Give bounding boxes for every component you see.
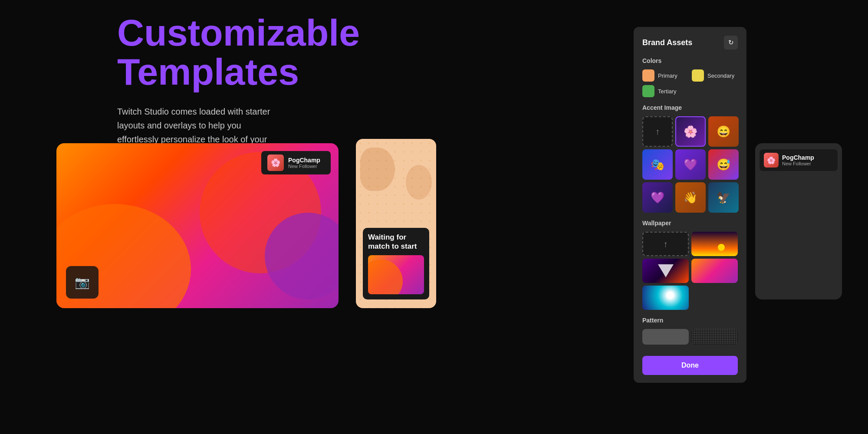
follower-name: PogChamp: [288, 157, 320, 164]
follower-name-right: PogChamp: [782, 154, 814, 161]
avatar-right: 🌸: [764, 153, 779, 168]
accent-item[interactable]: 💜: [642, 182, 673, 213]
panel-title: Brand Assets: [642, 38, 692, 47]
accent-avatar-icon: 🎭: [651, 158, 664, 171]
waiting-widget: Waiting for match to start: [363, 228, 429, 299]
tertiary-swatch: [642, 85, 654, 97]
secondary-swatch: [692, 69, 704, 82]
follower-label-right: New Follower: [782, 161, 814, 166]
pattern-item-grid[interactable]: [691, 329, 738, 345]
follower-notification: 🌸 PogChamp New Follower: [261, 151, 331, 174]
secondary-label: Secondary: [707, 72, 734, 79]
refresh-button[interactable]: ↻: [724, 36, 738, 49]
accent-avatar-icon: 😄: [717, 125, 730, 138]
refresh-icon: ↻: [728, 39, 734, 46]
preview-card-portrait: Waiting for match to start: [356, 139, 436, 308]
sun-decoration: [718, 244, 725, 251]
accent-avatar-icon: 💜: [684, 158, 697, 171]
accent-avatar-icon: 🌸: [684, 125, 697, 138]
triangle-decoration: [658, 264, 674, 277]
preview-card-landscape: 🌸 PogChamp New Follower 📷: [56, 143, 339, 308]
panel-header: Brand Assets ↻: [642, 36, 738, 49]
accent-item[interactable]: 😅: [708, 149, 739, 180]
upload-icon: ↑: [655, 127, 660, 137]
mini-preview: [368, 255, 424, 294]
pattern-label: Pattern: [642, 317, 738, 324]
upload-icon: ↑: [664, 239, 668, 249]
wallpaper-item-triangle[interactable]: [642, 259, 689, 283]
follower-notification-right: 🌸 PogChamp New Follower: [760, 149, 838, 171]
waiting-text: Waiting for match to start: [368, 233, 424, 251]
colors-label: Colors: [642, 57, 738, 64]
accent-item[interactable]: 🎭: [642, 149, 673, 180]
accent-avatar-icon: 😅: [717, 158, 730, 171]
follower-label: New Follower: [288, 164, 320, 169]
wallpaper-grid: ↑: [642, 232, 738, 310]
accent-upload-button[interactable]: ↑: [642, 116, 673, 147]
accent-item[interactable]: 😄: [708, 116, 739, 147]
colors-grid: Primary Secondary: [642, 69, 738, 82]
color-primary[interactable]: Primary: [642, 69, 688, 82]
wallpaper-label: Wallpaper: [642, 220, 738, 227]
accent-avatar-icon: 👋: [684, 191, 697, 204]
accent-image-label: Accent Image: [642, 104, 738, 111]
accent-avatar-icon: 🦅: [717, 191, 730, 204]
primary-swatch: [642, 69, 654, 82]
colors-tertiary-row: Tertiary: [642, 85, 738, 97]
accent-item[interactable]: 🦅: [708, 182, 739, 213]
pattern-item-solid[interactable]: [642, 329, 689, 345]
wallpaper-upload-button[interactable]: ↑: [642, 232, 689, 256]
hero-section: Customizable Templates Twitch Studio com…: [117, 13, 356, 160]
accent-image-section: Accent Image ↑ 🌸 😄 🎭 💜 😅: [642, 104, 738, 213]
color-tertiary[interactable]: Tertiary: [642, 85, 688, 97]
wallpaper-section: Wallpaper ↑: [642, 220, 738, 310]
accent-item[interactable]: 👋: [675, 182, 706, 213]
tertiary-label: Tertiary: [658, 88, 677, 95]
accent-image-grid: ↑ 🌸 😄 🎭 💜 😅 💜 👋: [642, 116, 738, 213]
camera-widget: 📷: [66, 266, 99, 299]
color-secondary[interactable]: Secondary: [692, 69, 738, 82]
accent-avatar-icon: 💜: [651, 191, 664, 204]
preview-card-right: 🌸 PogChamp New Follower: [755, 143, 842, 299]
wallpaper-item-radial[interactable]: [642, 286, 689, 310]
accent-item[interactable]: 💜: [675, 149, 706, 180]
pattern-grid: [642, 329, 738, 345]
camera-icon: 📷: [75, 275, 90, 289]
avatar: 🌸: [267, 155, 284, 171]
wallpaper-item-sunset[interactable]: [691, 232, 738, 256]
pattern-section: Pattern: [642, 317, 738, 345]
colors-section: Colors Primary Secondary Tertiary: [642, 57, 738, 97]
brand-assets-panel: Brand Assets ↻ Colors Primary Secondary …: [634, 27, 746, 383]
accent-item-selected[interactable]: 🌸: [675, 116, 706, 147]
primary-label: Primary: [658, 72, 677, 79]
page-title: Customizable Templates: [117, 13, 356, 92]
done-button[interactable]: Done: [642, 356, 738, 375]
wallpaper-item-gradient[interactable]: [691, 259, 738, 283]
